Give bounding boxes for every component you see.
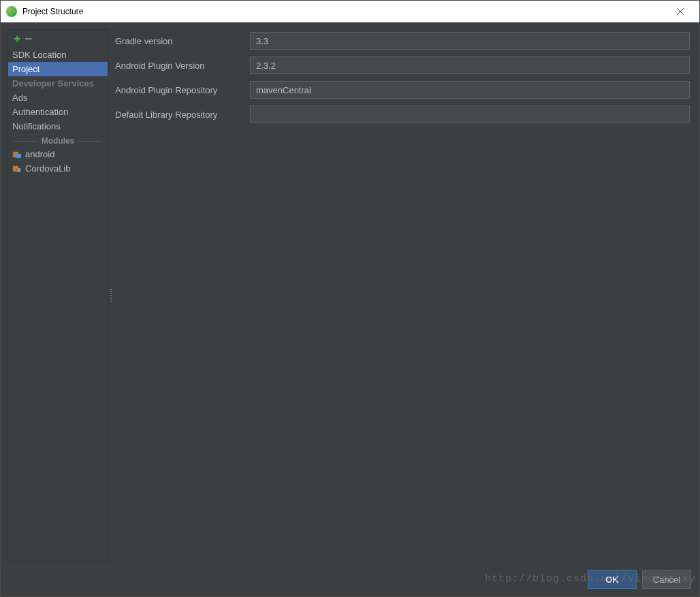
content-row: + − SDK Location Project Developer Servi…	[1, 22, 699, 562]
svg-rect-7	[19, 168, 21, 172]
sidebar-module-android[interactable]: android	[8, 147, 108, 161]
module-label: android	[25, 149, 54, 159]
form-row-default-library-repo: Default Library Repository	[114, 106, 690, 123]
dialog-footer: OK Cancel	[1, 562, 699, 596]
android-plugin-version-label: Android Plugin Version	[114, 61, 250, 71]
splitter-handle-icon	[110, 289, 112, 303]
module-icon	[12, 150, 22, 159]
ok-button[interactable]: OK	[588, 570, 637, 589]
window-title: Project Structure	[22, 7, 667, 16]
gradle-version-input[interactable]	[250, 32, 690, 50]
gradle-version-label: Gradle version	[114, 36, 250, 46]
sidebar-item-sdk-location[interactable]: SDK Location	[8, 48, 108, 62]
form-row-android-plugin-repo: Android Plugin Repository	[114, 81, 690, 99]
cancel-button[interactable]: Cancel	[642, 570, 691, 589]
sidebar-item-authentication[interactable]: Authentication	[8, 105, 108, 119]
android-plugin-version-input[interactable]	[250, 57, 690, 74]
svg-rect-6	[18, 168, 20, 172]
close-icon	[677, 8, 684, 15]
module-label: CordovaLib	[25, 163, 71, 174]
sidebar-item-notifications[interactable]: Notifications	[8, 119, 108, 133]
sidebar: + − SDK Location Project Developer Servi…	[7, 29, 108, 562]
app-icon	[6, 6, 17, 17]
titlebar: Project Structure	[1, 1, 699, 22]
sidebar-header-developer-services: Developer Services	[8, 76, 108, 91]
sidebar-item-project[interactable]: Project	[8, 62, 108, 76]
form-panel: Gradle version Android Plugin Version An…	[114, 29, 693, 562]
default-library-repo-label: Default Library Repository	[114, 110, 250, 120]
android-plugin-repo-input[interactable]	[250, 81, 690, 99]
form-row-android-plugin-version: Android Plugin Version	[114, 57, 690, 74]
android-plugin-repo-label: Android Plugin Repository	[114, 85, 250, 95]
sidebar-section-modules: Modules	[8, 133, 108, 147]
sidebar-toolbar: + −	[8, 30, 108, 48]
module-icon	[12, 164, 22, 174]
splitter[interactable]	[108, 29, 114, 562]
form-row-gradle-version: Gradle version	[114, 32, 690, 50]
svg-rect-5	[16, 168, 18, 172]
add-icon[interactable]: +	[14, 33, 21, 45]
remove-icon[interactable]: −	[25, 33, 33, 45]
main-area: + − SDK Location Project Developer Servi…	[1, 22, 699, 596]
sidebar-module-cordovalib[interactable]: CordovaLib	[8, 161, 108, 176]
project-structure-window: Project Structure + − SDK Location Proje…	[0, 0, 700, 597]
svg-rect-3	[16, 154, 21, 158]
close-button[interactable]	[667, 2, 694, 21]
sidebar-item-ads[interactable]: Ads	[8, 91, 108, 105]
default-library-repo-input[interactable]	[250, 106, 690, 123]
